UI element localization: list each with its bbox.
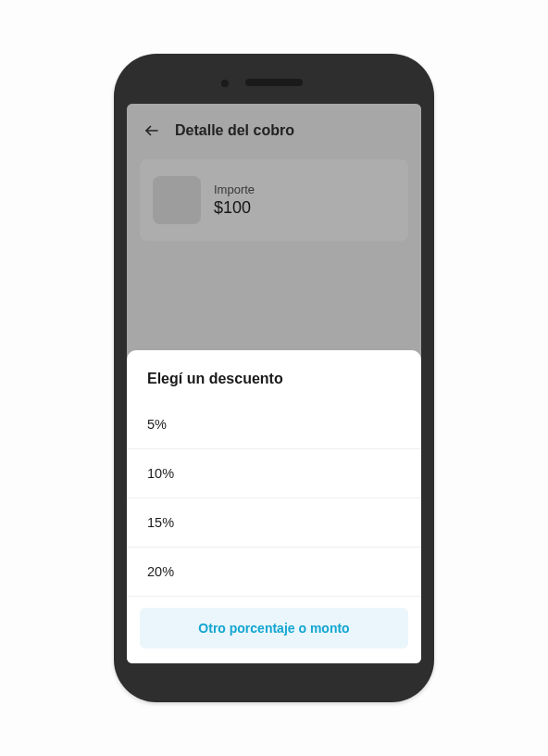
speaker-slot [245, 79, 303, 86]
discount-sheet: Elegí un descuento 5% 10% 15% 20% Otro p… [127, 350, 421, 663]
discount-option[interactable]: 15% [127, 498, 421, 548]
sheet-title: Elegí un descuento [127, 371, 421, 400]
phone-screen: Detalle del cobro Importe $100 Elegí un … [127, 104, 421, 663]
other-amount-button[interactable]: Otro porcentaje o monto [140, 608, 408, 649]
discount-option[interactable]: 10% [127, 449, 421, 498]
phone-frame: Detalle del cobro Importe $100 Elegí un … [114, 54, 434, 702]
camera-dot [221, 80, 229, 87]
discount-option[interactable]: 5% [127, 400, 421, 449]
discount-option[interactable]: 20% [127, 548, 421, 597]
